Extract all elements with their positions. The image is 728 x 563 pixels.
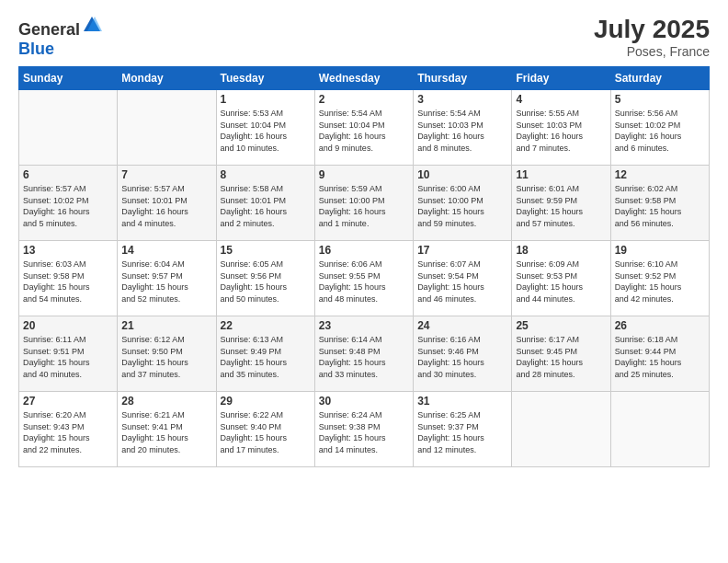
day-number: 6 [23, 168, 113, 181]
calendar-week-row: 20Sunrise: 6:11 AM Sunset: 9:51 PM Dayli… [19, 316, 710, 392]
table-row: 23Sunrise: 6:14 AM Sunset: 9:48 PM Dayli… [314, 316, 413, 392]
day-info: Sunrise: 5:54 AM Sunset: 10:03 PM Daylig… [417, 108, 507, 154]
day-number: 16 [319, 244, 409, 257]
day-info: Sunrise: 6:16 AM Sunset: 9:46 PM Dayligh… [417, 334, 507, 380]
logo-icon [82, 15, 102, 35]
day-number: 31 [417, 395, 507, 408]
table-row [19, 90, 118, 166]
day-number: 4 [516, 93, 606, 106]
day-number: 11 [516, 168, 606, 181]
day-number: 13 [23, 244, 113, 257]
day-info: Sunrise: 6:04 AM Sunset: 9:57 PM Dayligh… [121, 259, 211, 304]
day-info: Sunrise: 6:14 AM Sunset: 9:48 PM Dayligh… [319, 334, 409, 380]
table-row: 10Sunrise: 6:00 AM Sunset: 10:00 PM Dayl… [414, 166, 512, 241]
day-info: Sunrise: 6:20 AM Sunset: 9:43 PM Dayligh… [23, 409, 113, 455]
day-info: Sunrise: 6:17 AM Sunset: 9:45 PM Dayligh… [516, 334, 606, 380]
day-number: 8 [221, 168, 311, 181]
table-row: 22Sunrise: 6:13 AM Sunset: 9:49 PM Dayli… [216, 316, 314, 392]
table-row: 6Sunrise: 5:57 AM Sunset: 10:02 PM Dayli… [19, 166, 118, 241]
day-info: Sunrise: 6:25 AM Sunset: 9:37 PM Dayligh… [417, 409, 507, 455]
day-info: Sunrise: 5:57 AM Sunset: 10:01 PM Daylig… [121, 183, 211, 229]
table-row: 17Sunrise: 6:07 AM Sunset: 9:54 PM Dayli… [414, 241, 512, 316]
day-number: 15 [221, 244, 311, 257]
day-info: Sunrise: 6:01 AM Sunset: 9:59 PM Dayligh… [516, 183, 606, 229]
header: General Blue July 2025 Poses, France [18, 15, 710, 59]
title-area: July 2025 Poses, France [594, 15, 710, 59]
calendar-week-row: 27Sunrise: 6:20 AM Sunset: 9:43 PM Dayli… [19, 392, 710, 467]
day-info: Sunrise: 5:59 AM Sunset: 10:00 PM Daylig… [319, 183, 409, 229]
day-info: Sunrise: 5:54 AM Sunset: 10:04 PM Daylig… [319, 108, 409, 154]
table-row: 4Sunrise: 5:55 AM Sunset: 10:03 PM Dayli… [512, 90, 610, 166]
table-row: 3Sunrise: 5:54 AM Sunset: 10:03 PM Dayli… [414, 90, 512, 166]
header-saturday: Saturday [610, 67, 709, 90]
table-row: 13Sunrise: 6:03 AM Sunset: 9:58 PM Dayli… [19, 241, 118, 316]
day-info: Sunrise: 6:13 AM Sunset: 9:49 PM Dayligh… [221, 334, 311, 380]
table-row: 9Sunrise: 5:59 AM Sunset: 10:00 PM Dayli… [314, 166, 413, 241]
table-row: 5Sunrise: 5:56 AM Sunset: 10:02 PM Dayli… [610, 90, 709, 166]
header-thursday: Thursday [414, 67, 512, 90]
day-number: 2 [319, 93, 409, 106]
table-row: 24Sunrise: 6:16 AM Sunset: 9:46 PM Dayli… [414, 316, 512, 392]
table-row: 8Sunrise: 5:58 AM Sunset: 10:01 PM Dayli… [216, 166, 314, 241]
table-row: 21Sunrise: 6:12 AM Sunset: 9:50 PM Dayli… [118, 316, 216, 392]
table-row: 29Sunrise: 6:22 AM Sunset: 9:40 PM Dayli… [216, 392, 314, 467]
day-info: Sunrise: 6:21 AM Sunset: 9:41 PM Dayligh… [121, 409, 211, 455]
day-number: 20 [23, 319, 113, 332]
table-row: 1Sunrise: 5:53 AM Sunset: 10:04 PM Dayli… [216, 90, 314, 166]
header-monday: Monday [118, 67, 216, 90]
page: General Blue July 2025 Poses, France Sun… [0, 0, 728, 563]
table-row: 31Sunrise: 6:25 AM Sunset: 9:37 PM Dayli… [414, 392, 512, 467]
calendar-week-row: 6Sunrise: 5:57 AM Sunset: 10:02 PM Dayli… [19, 166, 710, 241]
month-title: July 2025 [594, 15, 710, 44]
day-number: 27 [23, 395, 113, 408]
calendar-week-row: 13Sunrise: 6:03 AM Sunset: 9:58 PM Dayli… [19, 241, 710, 316]
day-number: 3 [417, 93, 507, 106]
day-info: Sunrise: 6:09 AM Sunset: 9:53 PM Dayligh… [516, 259, 606, 304]
weekday-header-row: Sunday Monday Tuesday Wednesday Thursday… [19, 67, 710, 90]
day-number: 1 [221, 93, 311, 106]
table-row: 15Sunrise: 6:05 AM Sunset: 9:56 PM Dayli… [216, 241, 314, 316]
day-number: 28 [121, 395, 211, 408]
table-row: 30Sunrise: 6:24 AM Sunset: 9:38 PM Dayli… [314, 392, 413, 467]
day-number: 23 [319, 319, 409, 332]
day-info: Sunrise: 5:53 AM Sunset: 10:04 PM Daylig… [221, 108, 311, 154]
day-info: Sunrise: 6:12 AM Sunset: 9:50 PM Dayligh… [121, 334, 211, 380]
day-info: Sunrise: 6:03 AM Sunset: 9:58 PM Dayligh… [23, 259, 113, 304]
table-row: 12Sunrise: 6:02 AM Sunset: 9:58 PM Dayli… [610, 166, 709, 241]
header-friday: Friday [512, 67, 610, 90]
day-number: 30 [319, 395, 409, 408]
day-number: 19 [615, 244, 705, 257]
calendar: Sunday Monday Tuesday Wednesday Thursday… [18, 66, 710, 467]
table-row: 18Sunrise: 6:09 AM Sunset: 9:53 PM Dayli… [512, 241, 610, 316]
day-number: 12 [615, 168, 705, 181]
calendar-week-row: 1Sunrise: 5:53 AM Sunset: 10:04 PM Dayli… [19, 90, 710, 166]
table-row [512, 392, 610, 467]
table-row: 20Sunrise: 6:11 AM Sunset: 9:51 PM Dayli… [19, 316, 118, 392]
day-info: Sunrise: 6:07 AM Sunset: 9:54 PM Dayligh… [417, 259, 507, 304]
day-number: 24 [417, 319, 507, 332]
logo: General Blue [18, 15, 102, 59]
day-number: 10 [417, 168, 507, 181]
table-row: 2Sunrise: 5:54 AM Sunset: 10:04 PM Dayli… [314, 90, 413, 166]
table-row: 14Sunrise: 6:04 AM Sunset: 9:57 PM Dayli… [118, 241, 216, 316]
logo-blue: Blue [18, 40, 54, 58]
day-info: Sunrise: 6:24 AM Sunset: 9:38 PM Dayligh… [319, 409, 409, 455]
day-info: Sunrise: 5:55 AM Sunset: 10:03 PM Daylig… [516, 108, 606, 154]
header-tuesday: Tuesday [216, 67, 314, 90]
day-info: Sunrise: 6:05 AM Sunset: 9:56 PM Dayligh… [221, 259, 311, 304]
table-row: 25Sunrise: 6:17 AM Sunset: 9:45 PM Dayli… [512, 316, 610, 392]
day-info: Sunrise: 6:22 AM Sunset: 9:40 PM Dayligh… [221, 409, 311, 455]
day-number: 9 [319, 168, 409, 181]
header-sunday: Sunday [19, 67, 118, 90]
header-wednesday: Wednesday [314, 67, 413, 90]
day-info: Sunrise: 5:58 AM Sunset: 10:01 PM Daylig… [221, 183, 311, 229]
table-row [118, 90, 216, 166]
day-info: Sunrise: 6:00 AM Sunset: 10:00 PM Daylig… [417, 183, 507, 229]
day-number: 17 [417, 244, 507, 257]
day-number: 7 [121, 168, 211, 181]
day-number: 25 [516, 319, 606, 332]
day-number: 22 [221, 319, 311, 332]
day-number: 29 [221, 395, 311, 408]
day-number: 26 [615, 319, 705, 332]
day-number: 5 [615, 93, 705, 106]
